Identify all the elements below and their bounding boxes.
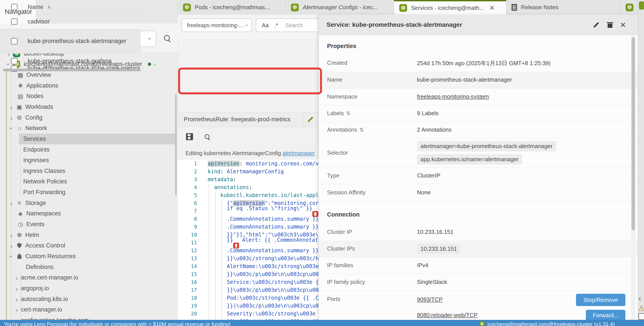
edit-icon[interactable] [592,21,600,28]
sidebar-item-namespaces[interactable]: ◈Namespaces [0,208,178,219]
sidebar-item-label: Applications [26,82,58,89]
drawer-scrollbar-thumb[interactable] [632,37,635,230]
kubernetes-icon [626,4,634,12]
apps-icon: ❖ [17,82,24,90]
sidebar-item-custom-resources[interactable]: ›Custom Resources [0,251,178,262]
row-label: Cluster IP [327,228,352,236]
line-number: 3 [178,176,197,182]
port-link[interactable]: 8080:reloader-web/TCP [417,312,478,318]
kubernetes-icon [183,4,191,12]
search-icon[interactable] [164,35,170,41]
sidebar-item-config[interactable]: ›⚙Config [0,112,178,123]
code-text: apiVersion: monitoring.coreos.com/v1 [208,160,318,167]
table-row-kube-prometheus-stack-alertmanager[interactable]: kube-prometheus-stack-alertmanager [0,29,141,54]
save-icon[interactable] [186,133,193,140]
sidebar-item-ingresses[interactable]: Ingresses [0,155,178,166]
sidebar-item-acme-cert-manager-io[interactable]: ›acme.cert-manager.io [0,272,178,283]
sidebar-item-helm[interactable]: ›☸Helm [0,230,178,240]
sidebar-item-label: Access Control [25,242,65,249]
row-checkbox[interactable] [11,38,18,44]
sidebar-item-storage[interactable]: ›≡Storage [0,198,178,208]
chevron-right-icon[interactable]: › [10,114,12,122]
drawer-row-type: TypeClusterIP [319,168,638,184]
tab-Release Notes[interactable]: Release Notes [506,0,620,15]
edit-icon[interactable] [307,116,314,123]
code-line-7: 7 if eq .Status \"firing\" }}🚨 [178,207,318,215]
sidebar-item-configuration-konghq-com[interactable]: ›configuration.konghq.com [0,315,178,320]
sidebar-item-port-forwarding[interactable]: Port Forwarding [0,187,178,198]
stop-remove-button[interactable]: Stop/Remove [576,294,625,306]
row-checkbox[interactable] [11,18,18,25]
sidebar-scrollbar[interactable] [175,94,177,195]
table-row-cadvisor[interactable]: cadvisor [0,14,141,29]
chevron-down-icon[interactable]: › [8,255,15,258]
chevron-right-icon[interactable]: › [15,317,18,320]
namespace-select-value: freeleaps-monitoring-system [187,22,246,28]
license-notice[interactable]: You're using Lens Personal (for individu… [4,321,230,326]
table-row-kube-prometheus-stack-kube-state-metrics[interactable]: kube-prometheus-stack-kube-state-metrics [0,64,141,68]
row-label: Selector [327,150,348,156]
namespace-link[interactable]: freeleaps-monitoring-system [417,93,489,100]
chevron-right-icon[interactable]: › [10,103,12,111]
sidebar-item-nodes[interactable]: ▤Nodes [0,91,178,102]
code-line-2: 2kind: AlertmanagerConfig [178,168,318,176]
sidebar-item-ingress-classes[interactable]: Ingress Classes [0,166,178,176]
code-line-5: 5 kubectl.kubernetes.io/last-applied-con… [178,191,318,199]
active-cluster-status[interactable]: icecheng@mathmast.com@freeleaps-cluster … [488,321,615,326]
sidebar-item-label: acme.cert-manager.io [21,274,78,281]
tab-Alertmanager Configs - icec...[interactable]: Alertmanager Configs - icec... [286,0,394,15]
chevron-right-icon[interactable]: › [154,61,156,67]
select-all-checkbox[interactable] [11,4,18,10]
chevron-right-icon[interactable]: › [15,306,18,314]
row-checkbox[interactable] [11,58,18,64]
tab-Pods - icecheng@mathmas...[interactable]: Pods - icecheng@mathmas... [178,0,286,15]
match-case-toggle[interactable]: Aa [262,22,269,28]
sidebar-item-endpoints[interactable]: Endpoints [0,144,178,155]
close-icon[interactable]: × [620,20,626,30]
namespace-select[interactable]: freeleaps-monitoring-system › [182,18,252,32]
chevron-right-icon[interactable]: › [15,296,18,303]
forward--button[interactable]: Forward... [586,310,625,321]
column-header-name[interactable]: Name [28,4,44,10]
sidebar-item-workloads[interactable]: ›▣Workloads [0,102,178,112]
sort-asc-icon[interactable]: ∧ [48,4,51,10]
chevron-down-icon[interactable]: › [8,127,15,130]
service-name: kube-prometheus-stack-alertmanager [28,38,126,44]
sidebar-item-label: autoscaling.k8s.io [21,296,68,302]
chevron-right-icon[interactable]: › [10,200,12,207]
sort-icon[interactable]: ⇅ [359,127,364,133]
sidebar-item-access-control[interactable]: ›Access Control [0,240,178,251]
chevron-right-icon[interactable]: › [10,232,12,239]
sidebar-item-services[interactable]: Services [19,134,177,144]
sidebar-item-network-policies[interactable]: Network Policies [0,176,178,187]
trash-icon[interactable] [607,22,613,28]
chevron-right-icon[interactable]: › [15,274,18,282]
search-input[interactable]: Aa .* Search [256,18,318,32]
row-label: Namespace [327,93,358,100]
sort-icon[interactable]: ⇅ [346,110,350,116]
search-icon[interactable] [205,134,210,139]
value-chip: app.kubernetes.io/name=alertmanager [417,154,522,164]
sidebar-item-argoproj-io[interactable]: ›argoproj.io [0,283,178,294]
sidebar-item-network[interactable]: ›↑↓Network [0,123,178,134]
drawer-row-cluster-ips: Cluster IPs10.233.16.151 [319,240,638,257]
sidebar-item-definitions[interactable]: Definitions [0,262,178,272]
chevron-right-icon[interactable]: › [15,285,18,292]
sidebar-item-autoscaling-k8s-io[interactable]: ›autoscaling.k8s.io [0,294,178,304]
namespaces-icon: ◈ [17,210,24,218]
alertmanagerconfig-link[interactable]: alertmanager [282,150,315,156]
regex-toggle[interactable]: .* [274,22,278,28]
tab-Services - icecheng@math...[interactable]: Services - icecheng@math...× [394,0,506,15]
sidebar-item-label: Port Forwarding [23,189,65,196]
sidebar-item-events[interactable]: ◷Events [0,219,178,230]
port-link[interactable]: 9093/TCP [417,296,443,303]
sidebar-item-cert-manager-io[interactable]: ›cert-manager.io [0,304,178,315]
horizontal-scrollbar[interactable] [3,69,141,71]
code-line-4: 4 annotations: [178,184,318,191]
line-number: 13 [178,256,197,261]
close-icon[interactable]: × [490,4,494,12]
header-divider [22,3,22,12]
chevron-right-icon[interactable]: › [10,242,12,250]
yaml-code-editor[interactable]: 1apiVersion: monitoring.coreos.com/v12ki… [178,160,318,320]
sidebar-item-applications[interactable]: ❖Applications [0,80,178,91]
